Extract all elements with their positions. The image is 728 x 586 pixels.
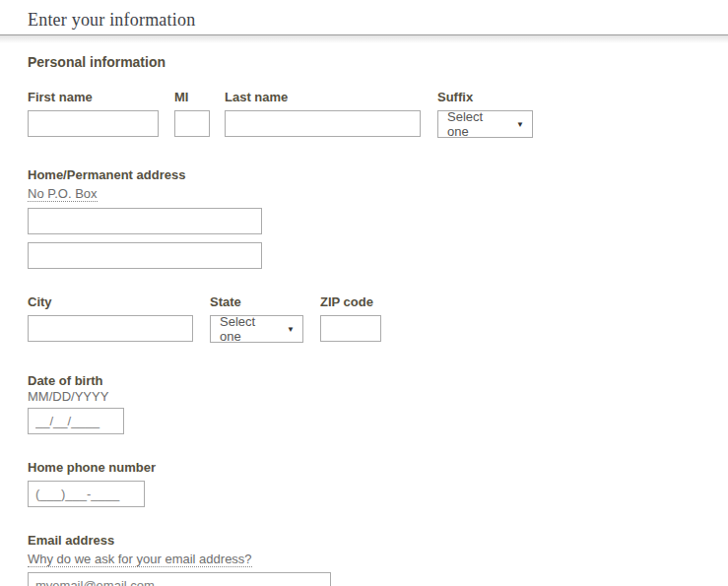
section-heading-personal-information: Personal information: [28, 54, 728, 70]
address-group: Home/Permanent address No P.O. Box: [28, 167, 728, 269]
zip-input[interactable]: [320, 315, 381, 342]
middle-initial-label: MI: [174, 90, 210, 104]
city-field: City: [28, 294, 193, 342]
home-phone-label: Home phone number: [28, 460, 728, 475]
city-label: City: [28, 294, 193, 309]
state-select-value: Select one: [220, 314, 277, 344]
zip-label: ZIP code: [320, 294, 381, 309]
last-name-input[interactable]: [225, 110, 421, 137]
middle-initial-field: MI: [174, 90, 210, 137]
email-group: Email address Why do we ask for your ema…: [28, 533, 728, 586]
first-name-field: First name: [28, 90, 159, 137]
name-row: First name MI Last name Suffix Select on…: [28, 90, 728, 138]
suffix-select-value: Select one: [447, 109, 506, 139]
date-of-birth-input[interactable]: [28, 408, 124, 434]
email-help-link[interactable]: Why do we ask for your email address?: [28, 552, 252, 567]
city-state-zip-row: City State Select one ▼ ZIP code: [28, 294, 728, 343]
chevron-down-icon: ▼: [287, 325, 295, 334]
home-phone-input[interactable]: [28, 481, 145, 507]
state-select[interactable]: Select one ▼: [210, 315, 303, 343]
email-label: Email address: [28, 533, 728, 548]
header-divider-shadow: [0, 35, 728, 43]
address-line2-input[interactable]: [28, 242, 262, 269]
address-label: Home/Permanent address: [28, 167, 728, 182]
last-name-label: Last name: [225, 90, 421, 104]
middle-initial-input[interactable]: [174, 110, 210, 137]
suffix-field: Suffix Select one ▼: [437, 90, 533, 138]
email-input[interactable]: [28, 572, 331, 586]
page-title: Enter your information: [0, 0, 728, 31]
state-field: State Select one ▼: [210, 294, 303, 343]
date-of-birth-group: Date of birth MM/DD/YYYY: [28, 373, 728, 434]
address-line1-input[interactable]: [28, 208, 262, 234]
chevron-down-icon: ▼: [516, 120, 524, 129]
zip-field: ZIP code: [320, 294, 381, 342]
date-format-hint: MM/DD/YYYY: [28, 389, 728, 404]
form-content: Personal information First name MI Last …: [0, 54, 728, 586]
last-name-field: Last name: [225, 90, 421, 137]
first-name-input[interactable]: [28, 110, 159, 137]
state-label: State: [210, 294, 303, 309]
no-po-box-link[interactable]: No P.O. Box: [28, 186, 98, 202]
home-phone-group: Home phone number: [28, 460, 728, 507]
suffix-label: Suffix: [437, 90, 533, 104]
first-name-label: First name: [28, 90, 159, 104]
suffix-select[interactable]: Select one ▼: [437, 110, 533, 138]
city-input[interactable]: [28, 315, 193, 342]
date-of-birth-label: Date of birth: [28, 373, 728, 388]
